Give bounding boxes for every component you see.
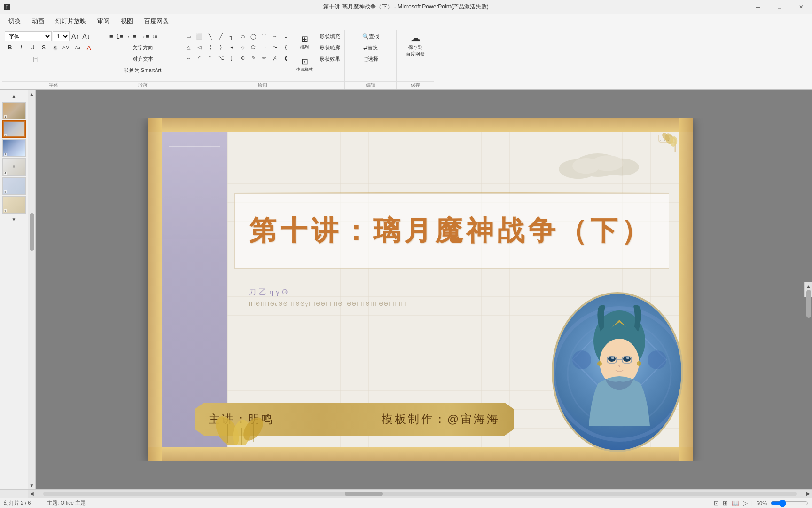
shape-brace2-btn[interactable]: } <box>226 53 237 63</box>
decrease-indent-btn[interactable]: ←≡ <box>125 31 138 41</box>
shape-rtri3-btn[interactable]: ⟩ <box>216 42 226 52</box>
save-baidu-btn[interactable]: ☁ 保存到 百度网盘 <box>401 31 429 58</box>
close-btn[interactable]: ✕ <box>790 0 812 14</box>
bold-btn[interactable]: B <box>5 42 15 53</box>
shape-more-btn[interactable]: ⌄ <box>281 31 291 41</box>
shape-arc4-btn[interactable]: ⌥ <box>216 53 226 63</box>
shape-custom-btn[interactable]: ✎ <box>248 53 258 63</box>
slide-title-box[interactable]: 第十讲：璃月魔神战争（下） <box>234 193 669 269</box>
shape-outline-btn[interactable]: 形状轮廓 <box>318 42 342 53</box>
shape-arc3-btn[interactable]: ◝ <box>205 53 215 63</box>
work-area: ▲ 1 2 3 4 目 5 6 ▼ <box>0 90 812 489</box>
shape-brace-btn[interactable]: { <box>281 42 291 52</box>
col-spacing-btn[interactable]: |≡| <box>32 54 40 64</box>
increase-indent-btn[interactable]: →≡ <box>138 31 151 41</box>
increase-font-btn[interactable]: A↑ <box>70 31 80 41</box>
quick-styles-btn[interactable]: ⊡ 快速样式 <box>293 54 316 75</box>
numbered-list-btn[interactable]: 1≡ <box>115 31 125 41</box>
shape-arrow-btn[interactable]: → <box>270 31 280 41</box>
maximize-btn[interactable]: □ <box>769 0 790 14</box>
h-scroll-right[interactable]: ▶ <box>804 490 812 498</box>
shape-rtri-btn[interactable]: ◁ <box>194 42 204 52</box>
shape-fill-btn[interactable]: 形状填充 <box>318 31 342 41</box>
menu-item-view[interactable]: 视图 <box>116 15 138 27</box>
font-size-select[interactable]: 16 <box>53 31 70 41</box>
arrange-btn[interactable]: ⊞ 排列 <box>293 31 316 53</box>
menu-item-slideshow[interactable]: 幻灯片放映 <box>51 15 91 27</box>
slide-thumb-2[interactable]: 2 <box>2 120 26 138</box>
v-scrollbar-thumb[interactable] <box>30 213 34 251</box>
underline-btn[interactable]: U <box>27 42 38 53</box>
zoom-slider[interactable] <box>771 500 808 506</box>
zoom-level: 60% <box>757 500 767 506</box>
strikethrough-btn[interactable]: S <box>39 42 49 53</box>
shape-arc2-btn[interactable]: ◜ <box>194 53 204 63</box>
menu-item-review[interactable]: 审阅 <box>93 15 114 27</box>
view-slide-btn[interactable]: ⊞ <box>723 500 728 507</box>
shape-wave-btn[interactable]: 〜 <box>270 42 280 52</box>
shape-connector-btn[interactable]: ⌒ <box>259 31 269 41</box>
shape-effect-btn[interactable]: 形状效果 <box>318 54 342 64</box>
menu-item-animation[interactable]: 动画 <box>27 15 49 27</box>
view-read-btn[interactable]: 📖 <box>732 500 739 507</box>
v-ruler-top[interactable]: ▲ <box>28 90 36 98</box>
shape-diamond-btn[interactable]: ◇ <box>237 42 248 52</box>
font-case-btn[interactable]: Aa <box>72 42 83 53</box>
panel-scroll-up[interactable]: ▲ <box>10 92 18 100</box>
slide-thumb-5[interactable]: 5 <box>2 177 26 195</box>
align-center-btn[interactable]: ≡ <box>11 54 17 64</box>
align-left-btn[interactable]: ≡ <box>5 54 10 64</box>
convert-smartart-btn[interactable]: 转换为 SmartArt <box>108 65 177 75</box>
select-btn[interactable]: ⬚ 选择 <box>348 54 393 64</box>
shape-rect2-btn[interactable]: ⬜ <box>194 31 204 41</box>
char-spacing-btn[interactable]: AV <box>61 42 71 53</box>
shape-rect-btn[interactable]: ▭ <box>183 31 194 41</box>
align-right-btn[interactable]: ≡ <box>18 54 24 64</box>
font-color-btn[interactable]: A <box>84 42 94 53</box>
h-scroll-left[interactable]: ◀ <box>28 490 36 498</box>
shape-extra-btn[interactable]: ❰ <box>281 53 291 63</box>
scroll-thumb[interactable] <box>806 290 811 318</box>
shadow-btn[interactable]: S <box>50 42 60 53</box>
shape-arc-btn[interactable]: ⌢ <box>183 53 194 63</box>
shape-last-btn[interactable]: ⊙ <box>237 53 248 63</box>
align-text-btn[interactable]: 对齐文本 <box>108 54 177 64</box>
shape-curve2-btn[interactable]: 〆 <box>270 53 280 63</box>
view-present-btn[interactable]: ▷ <box>743 500 748 507</box>
slide-thumb-1[interactable]: 1 <box>2 102 26 119</box>
view-normal-btn[interactable]: ⊡ <box>714 500 719 507</box>
minimize-btn[interactable]: ─ <box>747 0 769 14</box>
shape-line2-btn[interactable]: ╱ <box>216 31 226 41</box>
shape-rtri2-btn[interactable]: ⟨ <box>205 42 215 52</box>
text-direction-btn[interactable]: 文字方向 <box>108 42 177 53</box>
shape-tri-btn[interactable]: △ <box>183 42 194 52</box>
panel-scroll-down[interactable]: ▼ <box>10 215 18 223</box>
slide-thumb-4[interactable]: 4 目 <box>2 158 26 176</box>
menu-item-baidu[interactable]: 百度网盘 <box>140 15 173 27</box>
slide-thumb-3[interactable]: 3 <box>2 139 26 157</box>
decrease-font-btn[interactable]: A↓ <box>81 31 91 41</box>
theme-info: 主题: Office 主题 <box>47 500 86 507</box>
replace-btn[interactable]: ⇄ 替换 <box>348 42 393 53</box>
font-family-select[interactable]: 字体 <box>5 31 52 41</box>
svg-point-21 <box>597 361 602 366</box>
slide-thumb-6[interactable]: 6 <box>2 196 26 214</box>
menu-item-transition[interactable]: 切换 <box>4 15 25 27</box>
shape-oval-btn[interactable]: ⬭ <box>237 31 248 41</box>
v-ruler-bottom[interactable]: ▼ <box>28 482 36 489</box>
shape-pentagon-btn[interactable]: ⬠ <box>248 42 258 52</box>
justify-btn[interactable]: ≡ <box>25 54 31 64</box>
shape-rtri4-btn[interactable]: ◂ <box>226 42 237 52</box>
h-scroll-thumb[interactable] <box>345 492 383 496</box>
italic-btn[interactable]: I <box>16 42 26 53</box>
bullet-list-btn[interactable]: ≡ <box>108 31 115 41</box>
shape-curve-btn[interactable]: ⌣ <box>259 42 269 52</box>
shape-line3-btn[interactable]: ┐ <box>226 31 237 41</box>
scroll-up-btn[interactable]: ▲ <box>805 282 812 290</box>
shape-oval2-btn[interactable]: ◯ <box>248 31 258 41</box>
shape-line-btn[interactable]: ╲ <box>205 31 215 41</box>
shape-freeform-btn[interactable]: ✏ <box>259 53 269 63</box>
find-btn[interactable]: 🔍 查找 <box>348 31 393 41</box>
vertical-scrollbar: ▲ ▼ <box>804 282 812 297</box>
line-spacing-btn[interactable]: ↕≡ <box>151 31 159 41</box>
